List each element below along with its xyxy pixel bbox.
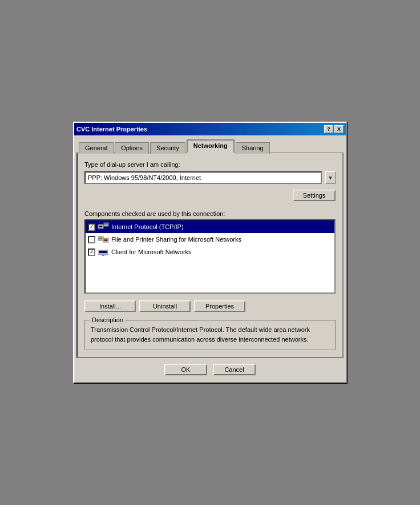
description-group-label: Description bbox=[90, 316, 126, 323]
title-bar: CVC Internet Properties ? X bbox=[74, 123, 346, 135]
client-text: Client for Microsoft Networks bbox=[111, 249, 192, 255]
tcp-icon bbox=[98, 222, 109, 231]
list-item-file[interactable]: File and Printer Sharing for Microsoft N… bbox=[86, 233, 334, 246]
main-window: CVC Internet Properties ? X General Opti… bbox=[73, 122, 347, 383]
ok-button[interactable]: OK bbox=[164, 364, 207, 375]
component-action-buttons: Install... Uninstall Properties bbox=[84, 300, 336, 312]
close-button[interactable]: X bbox=[334, 125, 344, 133]
checkbox-client[interactable]: ✓ bbox=[88, 249, 95, 256]
tcp-text: Internet Protocol (TCP/IP) bbox=[111, 223, 184, 230]
tab-options[interactable]: Options bbox=[115, 142, 149, 154]
list-item-client[interactable]: ✓ Client for Microsoft Networks bbox=[86, 246, 334, 258]
uninstall-button[interactable]: Uninstall bbox=[139, 300, 191, 312]
help-button[interactable]: ? bbox=[324, 125, 333, 133]
svg-rect-3 bbox=[104, 223, 108, 225]
checkbox-file[interactable] bbox=[88, 236, 95, 243]
client-icon bbox=[98, 247, 109, 256]
description-text: Transmission Control Protocol/Internet P… bbox=[91, 325, 329, 344]
description-group: Description Transmission Control Protoco… bbox=[84, 320, 336, 350]
dialog-buttons: OK Cancel bbox=[74, 358, 346, 382]
dropdown-arrow-icon[interactable]: ▼ bbox=[325, 171, 336, 184]
svg-rect-6 bbox=[99, 238, 102, 239]
components-list: ✓ Internet Protocol (TCP/IP) bbox=[84, 219, 336, 294]
file-icon bbox=[98, 235, 109, 244]
dial-up-dropdown[interactable]: PPP: Windows 95/98/NT4/2000, Internet bbox=[84, 171, 322, 184]
checkbox-tcp[interactable]: ✓ bbox=[88, 223, 95, 231]
components-label: Components checked are used by this conn… bbox=[84, 210, 336, 217]
svg-rect-10 bbox=[99, 251, 107, 253]
tab-general[interactable]: General bbox=[79, 142, 114, 154]
tab-sharing[interactable]: Sharing bbox=[236, 142, 270, 154]
title-bar-controls: ? X bbox=[324, 125, 344, 133]
tab-content-networking: Type of dial-up server I am calling: PPP… bbox=[76, 153, 344, 358]
tab-networking[interactable]: Networking bbox=[187, 139, 235, 153]
install-button[interactable]: Install... bbox=[84, 300, 136, 312]
cancel-button[interactable]: Cancel bbox=[213, 364, 256, 375]
list-item-tcp[interactable]: ✓ Internet Protocol (TCP/IP) bbox=[86, 221, 334, 233]
svg-rect-8 bbox=[104, 239, 107, 241]
properties-button[interactable]: Properties bbox=[194, 300, 245, 312]
file-text: File and Printer Sharing for Microsoft N… bbox=[111, 236, 241, 243]
dropdown-row: PPP: Windows 95/98/NT4/2000, Internet ▼ bbox=[84, 171, 336, 184]
dial-up-label: Type of dial-up server I am calling: bbox=[84, 161, 336, 168]
svg-rect-1 bbox=[99, 226, 102, 227]
settings-btn-row: Settings bbox=[84, 190, 336, 201]
settings-button[interactable]: Settings bbox=[293, 190, 336, 201]
window-title: CVC Internet Properties bbox=[76, 126, 147, 133]
tab-bar: General Options Security Networking Shar… bbox=[74, 135, 346, 153]
tab-security[interactable]: Security bbox=[150, 142, 185, 154]
svg-rect-11 bbox=[102, 255, 104, 256]
